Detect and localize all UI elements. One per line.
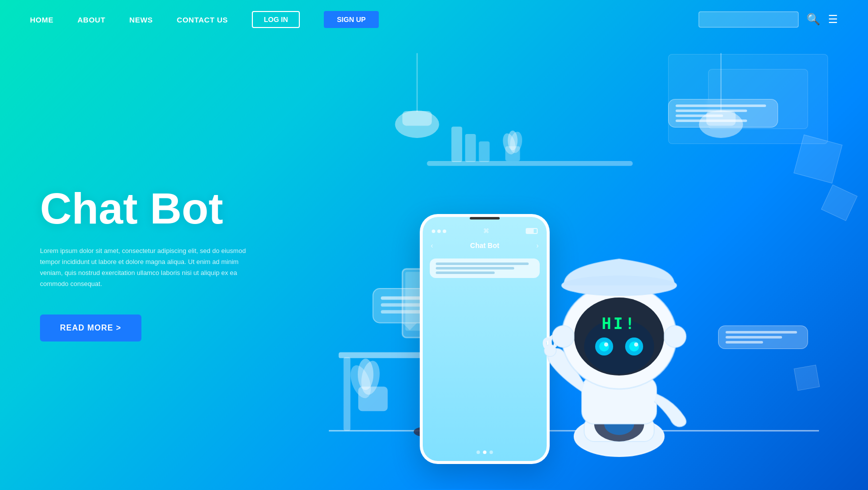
phone-status-dots	[432, 230, 446, 233]
wifi-icon: ⌘	[483, 228, 489, 234]
nav-home[interactable]: HOME	[30, 16, 53, 24]
login-button[interactable]: LOG IN	[252, 11, 300, 28]
phone-app-title: Chat Bot	[470, 242, 499, 250]
robot-illustration: HI!	[534, 232, 704, 462]
phone-bubble-1	[430, 258, 540, 278]
phone-dot-3	[490, 450, 493, 454]
phone-back-btn[interactable]: ‹	[431, 242, 433, 250]
nav-right: 🔍 ☰	[699, 12, 838, 28]
phone-device: ⌘ ‹ Chat Bot ›	[420, 214, 550, 464]
bubble-line-1	[436, 262, 529, 265]
bubble-line-2	[436, 267, 514, 270]
navbar: HOME ABOUT NEWS CONTACT US LOG IN SIGN U…	[0, 0, 868, 39]
nav-contact[interactable]: CONTACT US	[177, 16, 228, 24]
svg-rect-11	[402, 111, 432, 126]
svg-point-57	[629, 342, 639, 352]
svg-rect-3	[465, 134, 476, 162]
signup-button[interactable]: SIGN UP	[324, 11, 379, 28]
status-dot-1	[432, 230, 435, 233]
svg-point-60	[552, 326, 574, 348]
svg-point-61	[664, 326, 686, 348]
hero-section: Chat Bot Lorem ipsum dolor sit amet, con…	[0, 39, 868, 489]
phone-screen: ⌘ ‹ Chat Bot ›	[423, 217, 547, 461]
hero-title: Chat Bot	[40, 186, 250, 230]
svg-point-56	[599, 342, 609, 352]
phone-notch	[470, 217, 500, 220]
phone-dot-2	[483, 450, 487, 454]
svg-point-58	[604, 342, 608, 346]
search-input[interactable]	[699, 12, 799, 28]
phone-nav-dots	[477, 450, 493, 454]
status-dot-3	[443, 230, 446, 233]
svg-rect-16	[344, 357, 351, 430]
svg-rect-14	[706, 111, 736, 126]
hero-right: ⌘ ‹ Chat Bot ›	[280, 39, 868, 489]
nav-news[interactable]: NEWS	[129, 16, 153, 24]
nav-links: HOME ABOUT NEWS CONTACT US LOG IN SIGN U…	[30, 11, 379, 28]
menu-icon[interactable]: ☰	[828, 13, 838, 26]
svg-point-25	[358, 358, 373, 390]
svg-text:HI!: HI!	[602, 314, 637, 333]
bubble-line-3	[436, 272, 495, 274]
svg-point-8	[508, 130, 518, 150]
hero-description: Lorem ipsum dolor sit amet, consectetur …	[40, 246, 250, 290]
svg-rect-2	[451, 126, 462, 162]
search-icon[interactable]: 🔍	[807, 13, 820, 26]
phone-dot-1	[477, 450, 480, 454]
nav-about[interactable]: ABOUT	[77, 16, 105, 24]
hero-left: Chat Bot Lorem ipsum dolor sit amet, con…	[0, 39, 280, 489]
svg-point-63	[562, 276, 677, 296]
read-more-button[interactable]: READ MORE >	[40, 314, 141, 342]
svg-point-59	[634, 342, 638, 346]
status-dot-2	[437, 230, 441, 233]
svg-rect-4	[479, 142, 490, 162]
